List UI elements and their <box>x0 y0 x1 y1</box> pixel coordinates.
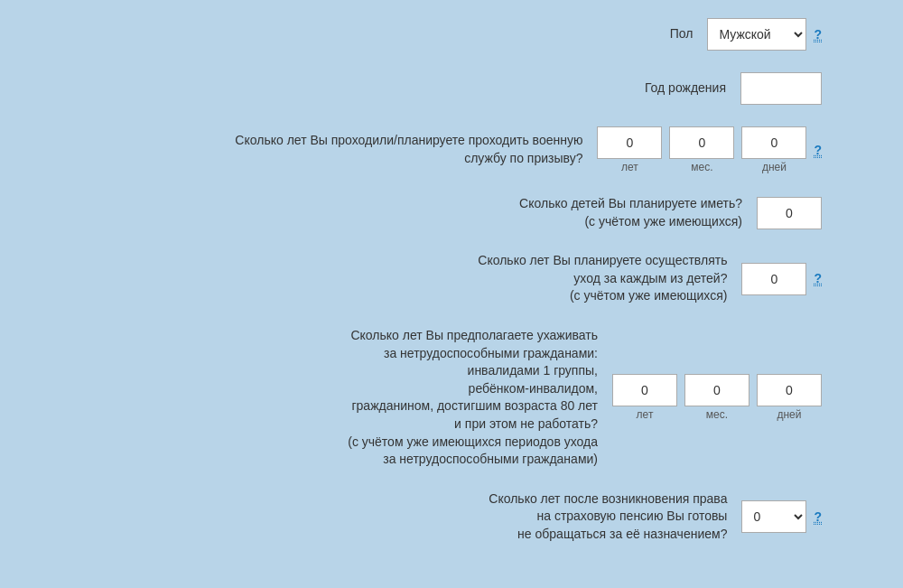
military-help[interactable]: ? <box>814 143 822 158</box>
military-service-control: лет мес. дней ? <box>597 126 822 173</box>
military-service-label: Сколько лет Вы проходили/планируете прох… <box>203 132 582 167</box>
disabled-days-label: дней <box>777 408 801 421</box>
gender-select[interactable]: Мужской Женский <box>707 18 806 51</box>
children-count-row: Сколько детей Вы планируете иметь?(с учё… <box>81 195 822 230</box>
military-years-input[interactable] <box>597 126 662 159</box>
children-count-input[interactable] <box>757 197 822 229</box>
disabled-days-input[interactable] <box>757 374 822 406</box>
children-care-input[interactable] <box>741 263 806 295</box>
birth-year-input[interactable] <box>740 72 822 105</box>
military-years-label: лет <box>621 161 638 173</box>
gender-label: Пол <box>313 25 693 43</box>
disabled-years-label: лет <box>637 408 654 421</box>
disabled-months-input[interactable] <box>684 374 749 406</box>
children-count-label: Сколько детей Вы планируете иметь?(с учё… <box>363 195 742 230</box>
pension-delay-control: 0 1 2 3 4 5 6 7 8 9 10 ? <box>741 500 822 533</box>
pension-delay-row: Сколько лет после возникновения правана … <box>81 490 822 544</box>
disabled-care-row: Сколько лет Вы предполагаете ухаживатьза… <box>81 327 822 469</box>
disabled-years-group: лет <box>612 374 677 421</box>
disabled-care-control: лет мес. дней <box>612 374 822 421</box>
pension-delay-select[interactable]: 0 1 2 3 4 5 6 7 8 9 10 <box>741 500 806 533</box>
disabled-days-group: дней <box>757 374 822 421</box>
disabled-years-input[interactable] <box>612 374 677 406</box>
military-service-row: Сколько лет Вы проходили/планируете прох… <box>81 126 822 173</box>
disabled-months-group: мес. <box>684 374 749 421</box>
military-days-input[interactable] <box>741 126 806 159</box>
pension-delay-label: Сколько лет после возникновения правана … <box>348 490 727 544</box>
military-days-label: дней <box>762 161 787 173</box>
birth-year-control <box>740 72 822 105</box>
disabled-care-label: Сколько лет Вы предполагаете ухаживатьза… <box>219 327 598 469</box>
birth-year-row: Год рождения <box>81 72 822 105</box>
birth-year-label: Год рождения <box>347 79 726 98</box>
children-count-control <box>757 197 822 229</box>
pension-delay-help[interactable]: ? <box>814 509 822 525</box>
gender-row: Пол Мужской Женский ? <box>81 18 822 51</box>
military-years-group: лет <box>597 126 662 173</box>
military-days-group: дней <box>741 126 806 173</box>
military-months-group: мес. <box>669 126 734 173</box>
children-care-help[interactable]: ? <box>814 271 822 286</box>
disabled-triple: лет мес. дней <box>612 374 822 421</box>
military-triple: лет мес. дней <box>597 126 806 173</box>
military-months-input[interactable] <box>669 126 734 159</box>
gender-control: Мужской Женский ? <box>707 18 822 51</box>
disabled-months-label: мес. <box>706 408 728 421</box>
children-care-row: Сколько лет Вы планируете осуществлятьух… <box>81 252 822 305</box>
gender-help[interactable]: ? <box>814 27 822 42</box>
children-care-control: ? <box>741 263 822 295</box>
military-months-label: мес. <box>691 161 712 173</box>
children-care-label: Сколько лет Вы планируете осуществлятьух… <box>348 252 727 305</box>
